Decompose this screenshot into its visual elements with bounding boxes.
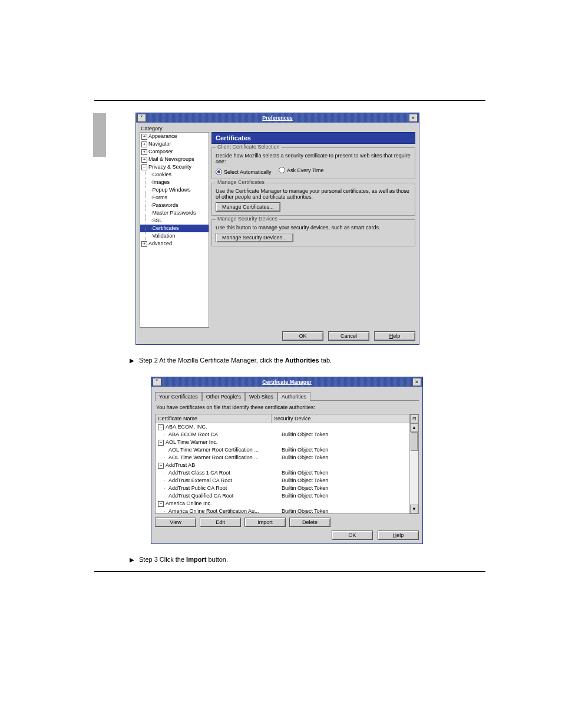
tree-item-images[interactable]: ·Images [140, 179, 209, 186]
expand-icon[interactable]: + [141, 141, 147, 147]
tab-your-certificates[interactable]: Your Certificates [155, 392, 202, 401]
window-title: Certificate Manager [161, 379, 412, 385]
ok-button[interactable]: OK [332, 531, 373, 540]
tree-item-privacy[interactable]: −Privacy & Security [140, 163, 209, 171]
tab-bar: Your Certificates Other People's Web Sit… [155, 391, 419, 401]
close-icon[interactable]: × [412, 378, 421, 386]
table-row[interactable]: AddTrust External CA RootBuiltin Object … [156, 477, 409, 485]
column-security-device[interactable]: Security Device [272, 414, 409, 423]
step-arrow-icon: ▶ [130, 357, 134, 365]
manage-certificates-button[interactable]: Manage Certificates... [216, 202, 280, 212]
table-row[interactable]: AddTrust Class 1 CA RootBuiltin Object T… [156, 469, 409, 477]
dialog-button-row: OK Cancel Help [140, 331, 415, 341]
radio-select-automatically[interactable]: Select Automatically [216, 169, 272, 175]
page-thumb-tab [93, 113, 106, 157]
group-legend: Client Certificate Selection [216, 144, 282, 150]
tree-item-navigator[interactable]: +Navigator [140, 140, 209, 148]
panel-title: Certificates [211, 132, 415, 144]
dialog-body: Category +Appearance +Navigator +Compose… [136, 123, 419, 344]
table-group-row[interactable]: −AddTrust AB [156, 462, 409, 469]
manage-security-devices-button[interactable]: Manage Security Devices... [216, 233, 293, 242]
tab-web-sites[interactable]: Web Sites [245, 392, 277, 401]
expand-icon[interactable]: + [141, 134, 147, 140]
expand-icon[interactable]: + [141, 157, 147, 163]
tree-item-master[interactable]: ·Master Passwords [140, 209, 209, 217]
collapse-icon[interactable]: − [141, 164, 147, 170]
tree-item-composer[interactable]: +Composer [140, 148, 209, 156]
tree-item-passwords[interactable]: ·Passwords [140, 202, 209, 209]
certificate-manager-dialog: ˅ Certificate Manager × Your Certificate… [151, 377, 423, 544]
table-group-row[interactable]: −ABA.ECOM, INC. [156, 423, 409, 431]
scroll-track[interactable] [410, 432, 418, 505]
help-label-rest: elp [393, 333, 400, 339]
radio-ask-every-time[interactable]: Ask Every Time [279, 167, 324, 173]
prefs-panel: Certificates Client Certificate Selectio… [211, 132, 415, 328]
collapse-icon[interactable]: − [158, 440, 164, 446]
table-row[interactable]: AOL Time Warner Root Certification ...Bu… [156, 454, 409, 462]
group-legend: Manage Security Devices [216, 216, 279, 222]
tree-item-appearance[interactable]: +Appearance [140, 133, 209, 140]
help-button[interactable]: Help [378, 531, 419, 540]
dialog-body: Your Certificates Other People's Web Sit… [151, 387, 422, 543]
ok-button[interactable]: OK [282, 331, 323, 341]
tree-item-forms[interactable]: ·Forms [140, 194, 209, 202]
category-label: Category [140, 125, 415, 132]
window-title: Preferences [146, 115, 409, 121]
window-menu-button[interactable]: ˅ [137, 114, 146, 122]
tree-item-ssl[interactable]: ·SSL [140, 217, 209, 225]
group-client-cert-selection: Client Certificate Selection Decide how … [211, 147, 415, 179]
table-row[interactable]: AddTrust Public CA RootBuiltin Object To… [156, 485, 409, 492]
dialog-button-row: OK Help [155, 531, 419, 540]
tree-item-validation[interactable]: ·Validation [140, 232, 209, 240]
preferences-dialog: ˅ Preferences × Category +Appearance +Na… [135, 113, 419, 345]
group-description: Decide how Mozilla selects a security ce… [216, 153, 411, 164]
delete-button[interactable]: Delete [289, 518, 330, 527]
expand-icon[interactable]: + [141, 149, 147, 155]
radio-dot-icon [279, 167, 285, 173]
table-group-row[interactable]: −AOL Time Warner Inc. [156, 439, 409, 446]
help-button[interactable]: Help [374, 331, 415, 341]
scroll-down-icon[interactable]: ▼ [410, 505, 418, 513]
collapse-icon[interactable]: − [158, 501, 164, 507]
column-picker-icon[interactable]: ⊟ [410, 414, 418, 423]
close-icon[interactable]: × [409, 114, 418, 122]
group-description: Use this button to manage your security … [216, 225, 411, 230]
table-body: −ABA.ECOM, INC.ABA.ECOM Root CABuiltin O… [156, 423, 409, 513]
titlebar[interactable]: ˅ Certificate Manager × [151, 377, 422, 387]
cancel-button[interactable]: Cancel [328, 331, 369, 341]
scroll-up-icon[interactable]: ▲ [410, 423, 418, 432]
tree-item-advanced[interactable]: +Advanced [140, 240, 209, 248]
certificate-table[interactable]: Certificate Name Security Device −ABA.EC… [155, 414, 419, 514]
tab-hint: You have certificates on file that ident… [156, 404, 418, 410]
view-button[interactable]: View [155, 518, 196, 527]
vertical-scrollbar[interactable]: ⊟ ▲ ▼ [409, 414, 418, 513]
table-group-row[interactable]: −America Online Inc. [156, 500, 409, 508]
document-page: ˅ Preferences × Category +Appearance +Na… [0, 0, 562, 690]
group-legend: Manage Certificates [216, 179, 266, 185]
tree-item-cookies[interactable]: ·Cookies [140, 171, 209, 179]
step-2-text: ▶ Step 2 At the Mozilla Certificate Mana… [130, 357, 485, 365]
category-tree[interactable]: +Appearance +Navigator +Composer +Mail &… [140, 132, 209, 328]
bottom-rule [94, 571, 485, 572]
table-row[interactable]: America Online Root Certification Au...B… [156, 508, 409, 513]
table-row[interactable]: AddTrust Qualified CA RootBuiltin Object… [156, 492, 409, 500]
tree-item-certificates[interactable]: ·Certificates [140, 225, 209, 232]
collapse-icon[interactable]: − [158, 463, 164, 469]
tab-authorities[interactable]: Authorities [277, 392, 311, 401]
tree-item-popup[interactable]: ·Popup Windows [140, 186, 209, 194]
table-row[interactable]: ABA.ECOM Root CABuiltin Object Token [156, 431, 409, 439]
titlebar[interactable]: ˅ Preferences × [136, 113, 419, 123]
expand-icon[interactable]: + [141, 241, 147, 247]
table-header: Certificate Name Security Device [156, 414, 409, 423]
edit-button[interactable]: Edit [200, 518, 241, 527]
table-row[interactable]: AOL Time Warner Root Certification ...Bu… [156, 446, 409, 454]
window-menu-button[interactable]: ˅ [153, 378, 161, 386]
scroll-thumb[interactable] [411, 432, 418, 451]
collapse-icon[interactable]: − [158, 424, 164, 430]
step-3-text: ▶ Step 3 Click the Import button. [130, 556, 485, 564]
radio-dot-icon [216, 169, 222, 175]
column-certificate-name[interactable]: Certificate Name [156, 414, 272, 423]
tree-item-mail[interactable]: +Mail & Newsgroups [140, 156, 209, 163]
import-button[interactable]: Import [244, 518, 286, 527]
tab-other-peoples[interactable]: Other People's [202, 392, 245, 401]
